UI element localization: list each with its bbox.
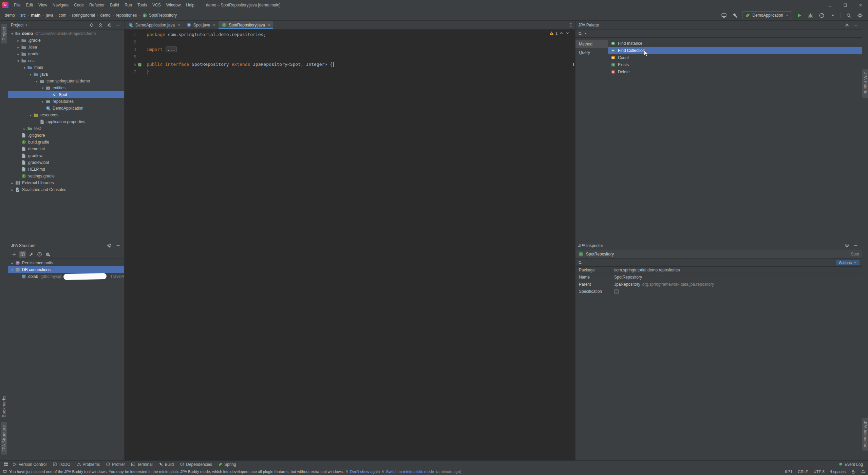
project-tree-item-help-md[interactable]: HELP.md [8,166,124,173]
breadcrumb-java[interactable]: java [45,13,54,18]
structure-settings-button[interactable] [106,242,113,249]
chevron-expanded-icon[interactable]: ▾ [10,32,15,36]
palette-settings-button[interactable] [844,22,850,28]
add-button[interactable] [10,251,18,258]
editor-tab-spotrepository-java[interactable]: ISpotRepository.java× [219,21,273,29]
project-tree-item-demoapplication[interactable]: CDemoApplication [8,105,124,112]
inspector-property-name[interactable]: NameSpotRepository [575,274,862,281]
project-view-dropdown-icon[interactable]: ▾ [25,23,27,27]
help-button[interactable]: ? [36,251,43,258]
close-tab-icon[interactable]: × [213,23,216,27]
project-tree-item-demo[interactable]: ▾demoC:\Users\soull\IdeaProjects\demo [8,30,124,37]
inspector-object-row[interactable]: I SpotRepository Spot [575,250,862,259]
menu-tools[interactable]: Tools [135,0,150,10]
run-button[interactable] [795,11,803,19]
project-tree-item-idea[interactable]: ▸.idea [8,44,124,51]
menu-help[interactable]: Help [183,0,197,10]
jpa-structure-item-persistence-units[interactable]: ▸Persistence units [8,260,124,266]
project-tree-item-settings-gradle[interactable]: settings.gradle [8,173,124,179]
menu-file[interactable]: File [11,0,23,10]
chevron-expanded-icon[interactable]: ▾ [16,59,21,63]
breadcrumb-src[interactable]: src [20,13,26,18]
project-tree-item-test[interactable]: ▸test [8,125,124,132]
jpa-structure-item-dblab[interactable]: dblab(jdbc:mysql:TravelA [8,273,124,280]
toolwindow-button-version-control[interactable]: Version Control [10,461,50,468]
project-tree-item-gradle[interactable]: ▸.gradle [8,37,124,44]
menu-code[interactable]: Code [71,0,87,10]
project-tree-item-external-libraries[interactable]: ▸External Libraries [8,179,124,186]
toolwindow-button-todo[interactable]: TODO [50,461,73,468]
actions-button[interactable]: Actions [836,260,860,265]
menu-view[interactable]: View [36,0,50,10]
chevron-expanded-icon[interactable]: ▾ [28,73,33,76]
breadcrumb-demo[interactable]: demo [4,13,16,18]
close-button[interactable] [853,0,868,10]
menu-run[interactable]: Run [122,0,135,10]
palette-item-delete[interactable]: Delete [608,68,862,75]
editor-tab-spot-java[interactable]: CSpot.java× [183,21,219,29]
ide-settings-button[interactable] [856,11,864,19]
maximize-button[interactable] [837,0,853,10]
close-tab-icon[interactable]: × [177,23,180,27]
breadcrumb-demo[interactable]: demo [99,13,111,18]
search-everywhere-button[interactable] [845,11,853,19]
project-tree-item-application-properties[interactable]: application.properties [8,118,124,125]
project-tree-item-build-gradle[interactable]: build.gradle [8,139,124,146]
menu-refactor[interactable]: Refactor [87,0,107,10]
chevron-collapsed-icon[interactable]: ▸ [40,100,45,103]
toolwindow-button-event-log[interactable]: Event Log [835,461,866,468]
inspections-widget[interactable]: 1 [549,31,570,35]
lock-icon[interactable] [851,470,855,474]
palette-tab-query[interactable]: Query [575,48,608,57]
line-separator-widget[interactable]: CRLF [798,470,808,474]
chevron-expanded-icon[interactable]: ▾ [10,268,15,272]
code-editor[interactable]: 123567 package com.springtutorial.demo.r… [125,30,575,460]
caret-position-widget[interactable]: 6:71 [785,470,792,474]
toolwindow-button-terminal[interactable]: Terminal [128,461,155,468]
jpa-structure-item-db-connections[interactable]: ▾DB connections [8,266,124,273]
breadcrumb-spotrepository[interactable]: ISpotRepository [141,13,177,18]
tool-stripe-button-project[interactable]: Project [1,24,7,43]
collapse-all-button[interactable] [97,22,104,28]
project-tree-item-gitignore[interactable]: .gitignore [8,132,124,139]
toolwindow-button-dependencies[interactable]: Dependencies [177,461,215,468]
locate-file-button[interactable] [88,22,95,28]
hide-inspector-button[interactable] [852,242,859,249]
project-tree-item-demo-iml[interactable]: demo.iml [8,146,124,152]
project-tree-item-gradlew-bat[interactable]: gradlew.bat [8,159,124,166]
build-project-button[interactable] [731,11,739,19]
hide-palette-button[interactable] [852,22,859,28]
project-tree-item-spot[interactable]: CSpot [8,91,124,98]
breadcrumb-main[interactable]: main [30,13,41,18]
toolwindow-button-problems[interactable]: Problems [74,461,103,468]
chevron-expanded-icon[interactable]: ▾ [34,79,39,83]
inspector-property-parent[interactable]: ParentJpaRepositoryorg.springframework.d… [575,281,862,288]
menu-window[interactable]: Window [164,0,184,10]
tool-stripe-button-bookmarks[interactable]: Bookmarks [1,393,7,420]
hide-structure-button[interactable] [115,242,121,249]
indent-widget[interactable]: 4 spaces [830,470,846,474]
debug-button[interactable] [806,11,814,19]
project-tree-item-repositories[interactable]: ▸repositories [8,98,124,105]
specification-checkbox[interactable] [614,289,619,294]
close-tab-icon[interactable]: × [268,23,270,27]
chevron-collapsed-icon[interactable]: ▸ [10,261,15,265]
project-settings-button[interactable] [106,22,113,28]
switch-minimalistic-link[interactable]: Switch to minimalistic mode [386,470,434,474]
inspector-property-package[interactable]: Packagecom.springtutorial.demo.repositor… [575,267,862,274]
toolwindow-button-spring[interactable]: Spring [215,461,239,468]
project-tree-item-resources[interactable]: ▾resources [8,112,124,118]
menu-edit[interactable]: Edit [23,0,36,10]
chevron-collapsed-icon[interactable]: ▸ [16,45,21,49]
project-tree-item-main[interactable]: ▾main [8,64,124,71]
chevron-collapsed-icon[interactable]: ▸ [10,188,15,192]
project-tree-item-scratches-and-consoles[interactable]: ▸Scratches and Consoles [8,186,124,193]
menu-navigate[interactable]: Navigate [50,0,71,10]
chevron-expanded-icon[interactable]: ▾ [40,86,45,90]
profile-button[interactable] [817,11,826,19]
tool-stripe-button-jpa-inspector[interactable]: JPA Inspector [862,418,868,451]
toolwindow-button-profiler[interactable]: Profiler [103,461,128,468]
chevron-expanded-icon[interactable]: ▾ [28,113,33,117]
breadcrumb-repositories[interactable]: repositories [115,13,137,18]
menu-vcs[interactable]: VCS [150,0,164,10]
